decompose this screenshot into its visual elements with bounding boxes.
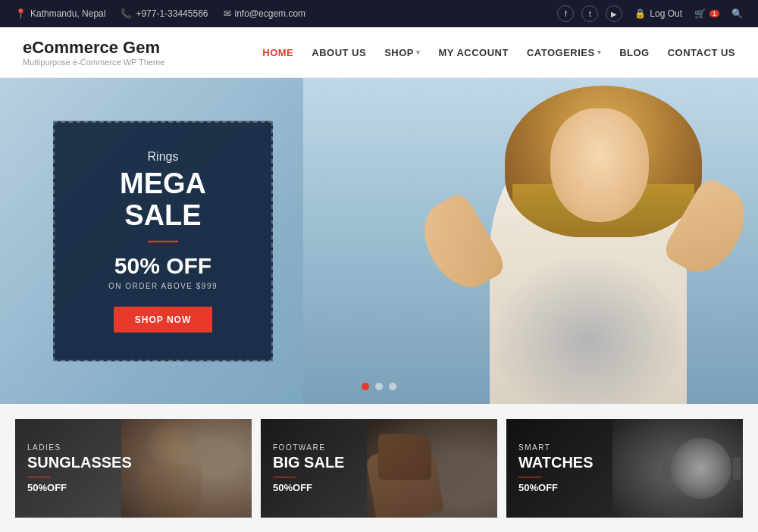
cat-2-content: FOOTWARE BIG SALE 50%OFF [273, 443, 344, 493]
watch-face [671, 438, 731, 499]
twitter-icon[interactable]: t [581, 5, 598, 22]
hero-promo-box: Rings MEGA SALE 50% OFF ON ORDER ABOVE $… [53, 121, 273, 361]
watch-band-right [733, 457, 741, 480]
categories-chevron-icon: ▾ [597, 49, 602, 56]
cat-2-title: BIG SALE [273, 454, 344, 471]
cat-1-discount: 50%OFF [27, 482, 132, 493]
promo-discount: 50% OFF [88, 252, 238, 278]
lock-icon: 🔒 [634, 8, 646, 19]
nav-contact[interactable]: CONTACT US [668, 47, 735, 58]
nav-blog[interactable]: BLOG [619, 47, 650, 58]
logo[interactable]: eCommerce Gem Multipurpose e-Commerce WP… [23, 38, 164, 67]
youtube-icon[interactable]: ▶ [606, 5, 622, 22]
hero-image-area [303, 78, 758, 404]
category-card-sunglasses[interactable]: LADIES SUNGLASSES 50%OFF [15, 419, 252, 518]
nav-shop[interactable]: SHOP ▾ [384, 47, 420, 58]
email-text: info@ecgem.com [235, 8, 306, 19]
cat-1-body [141, 465, 202, 518]
social-links: f t ▶ [557, 5, 622, 22]
cat-1-content: LADIES SUNGLASSES 50%OFF [27, 443, 132, 493]
cat-1-figure [126, 419, 244, 518]
nav-about[interactable]: ABOUT US [312, 47, 366, 58]
cat-2-discount: 50%OFF [273, 482, 344, 493]
search-icon: 🔍 [731, 8, 743, 19]
promo-divider [148, 240, 178, 242]
header: eCommerce Gem Multipurpose e-Commerce WP… [0, 27, 758, 78]
top-bar-left: 📍 Kathmandu, Nepal 📞 +977-1-33445566 ✉ i… [15, 8, 305, 19]
phone-icon: 📞 [121, 8, 132, 19]
cat-3-content: SMART WATCHES 50%OFF [518, 443, 594, 493]
cat-1-title: SUNGLASSES [27, 454, 132, 471]
promo-condition: ON ORDER ABOVE $999 [88, 281, 238, 289]
hero-section: Rings MEGA SALE 50% OFF ON ORDER ABOVE $… [0, 78, 758, 404]
cat-2-label: FOOTWARE [273, 443, 344, 452]
phone-text: +977-1-33445566 [136, 8, 208, 19]
cart-count: 1 [709, 10, 719, 17]
cat-1-head [149, 423, 194, 468]
logo-title: eCommerce Gem [23, 38, 164, 58]
phone-item: 📞 +977-1-33445566 [121, 8, 208, 19]
nav-my-account[interactable]: MY ACCOUNT [439, 47, 509, 58]
location-item: 📍 Kathmandu, Nepal [15, 8, 105, 19]
cat-1-divider [27, 477, 50, 477]
face [550, 108, 649, 222]
main-nav: HOME ABOUT US SHOP ▾ MY ACCOUNT CATOGERI… [262, 47, 735, 58]
woman-figure [444, 78, 732, 404]
logout-label: Log Out [650, 8, 682, 19]
cat-3-figure [671, 438, 731, 499]
promo-title: MEGA SALE [88, 168, 238, 232]
logo-subtitle: Multipurpose e-Commerce WP Theme [23, 58, 164, 67]
cat-3-title: WATCHES [518, 454, 594, 471]
cat-1-label: LADIES [27, 443, 132, 452]
dress-pattern [490, 254, 687, 404]
top-bar: 📍 Kathmandu, Nepal 📞 +977-1-33445566 ✉ i… [0, 0, 758, 27]
dot-2[interactable] [375, 383, 383, 390]
shop-now-button[interactable]: SHOP NOW [114, 306, 212, 332]
search-icon-top[interactable]: 🔍 [731, 8, 743, 19]
dot-1[interactable] [362, 383, 369, 390]
cat-2-divider [273, 477, 296, 477]
top-bar-right: f t ▶ 🔒 Log Out 🛒 1 🔍 [557, 5, 743, 22]
boot-top [378, 434, 431, 480]
cat-2-figure [363, 419, 493, 518]
watch-band-left [662, 457, 669, 480]
cat-3-discount: 50%OFF [518, 482, 594, 493]
email-item: ✉ info@ecgem.com [224, 8, 306, 19]
cat-3-divider [518, 477, 541, 477]
category-section: LADIES SUNGLASSES 50%OFF FOOTWARE BIG SA… [0, 404, 758, 532]
nav-home[interactable]: HOME [262, 47, 293, 58]
promo-subtitle: Rings [88, 150, 238, 164]
hero-dots [362, 383, 396, 390]
category-card-footware[interactable]: FOOTWARE BIG SALE 50%OFF [261, 419, 497, 518]
location-icon: 📍 [15, 8, 27, 19]
cart-item[interactable]: 🛒 1 [694, 8, 719, 19]
cart-icon: 🛒 [694, 8, 706, 19]
dot-3[interactable] [389, 383, 396, 390]
email-icon: ✉ [224, 8, 231, 19]
category-card-watches[interactable]: SMART WATCHES 50%OFF [506, 419, 743, 518]
nav-categories[interactable]: CATOGERIES ▾ [527, 47, 601, 58]
location-text: Kathmandu, Nepal [30, 8, 105, 19]
facebook-icon[interactable]: f [557, 5, 574, 22]
cat-3-label: SMART [518, 443, 594, 452]
woman-head [528, 86, 679, 252]
logout-item[interactable]: 🔒 Log Out [634, 8, 682, 19]
shop-chevron-icon: ▾ [416, 49, 421, 56]
